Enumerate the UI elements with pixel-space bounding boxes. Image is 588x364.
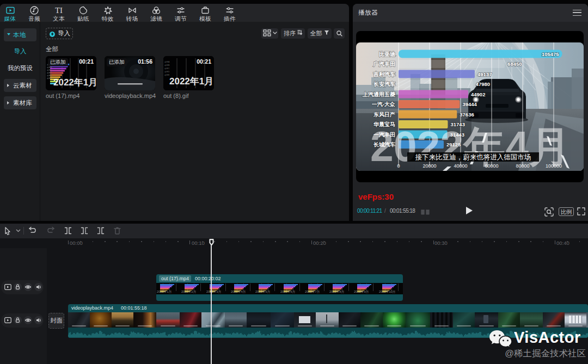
svg-text:名称C: 名称C xyxy=(47,69,52,71)
svg-text:47980: 47980 xyxy=(476,81,490,87)
svg-text:比亚迪: 比亚迪 xyxy=(379,51,396,57)
svg-text:100000: 100000 xyxy=(546,163,562,169)
svg-text:名称C: 名称C xyxy=(164,67,170,70)
svg-text:37636: 37636 xyxy=(460,112,474,118)
svg-text:名称F: 名称F xyxy=(47,77,52,79)
svg-text:44902: 44902 xyxy=(471,91,485,97)
svg-text:长安汽车: 长安汽车 xyxy=(373,81,396,87)
svg-text:名称E: 名称E xyxy=(47,75,52,77)
svg-text:TI: TI xyxy=(55,6,63,15)
svg-text:68450: 68450 xyxy=(507,61,522,67)
svg-text:名称A: 名称A xyxy=(164,61,170,63)
svg-text:一汽-大众: 一汽-大众 xyxy=(372,101,395,107)
svg-text:名称B: 名称B xyxy=(164,64,170,66)
svg-text:东风日产: 东风日产 xyxy=(373,112,395,118)
svg-text:80000: 80000 xyxy=(516,163,529,169)
svg-text:49137: 49137 xyxy=(477,71,492,77)
svg-text:广汽丰田: 广汽丰田 xyxy=(373,61,395,67)
svg-text:0: 0 xyxy=(397,163,400,169)
svg-text:2022年1月: 2022年1月 xyxy=(169,76,213,87)
svg-text:2022年1月: 2022年1月 xyxy=(53,77,96,88)
svg-text:吉利汽车: 吉利汽车 xyxy=(373,71,396,77)
svg-text:2022年4月: 2022年4月 xyxy=(370,123,571,170)
svg-text:接下来比亚迪，蔚来也将进入德国市场: 接下来比亚迪，蔚来也将进入德国市场 xyxy=(415,153,531,161)
svg-text:名称D: 名称D xyxy=(47,72,52,74)
svg-text:105475: 105475 xyxy=(542,51,559,57)
svg-text:20000: 20000 xyxy=(422,163,436,169)
svg-text:40000: 40000 xyxy=(454,163,467,169)
svg-text:上汽通用五菱: 上汽通用五菱 xyxy=(362,91,396,97)
svg-text:名称B: 名称B xyxy=(47,66,52,69)
svg-text:60000: 60000 xyxy=(485,163,498,169)
svg-text:39444: 39444 xyxy=(462,101,477,107)
svg-text:名称D: 名称D xyxy=(164,71,170,73)
